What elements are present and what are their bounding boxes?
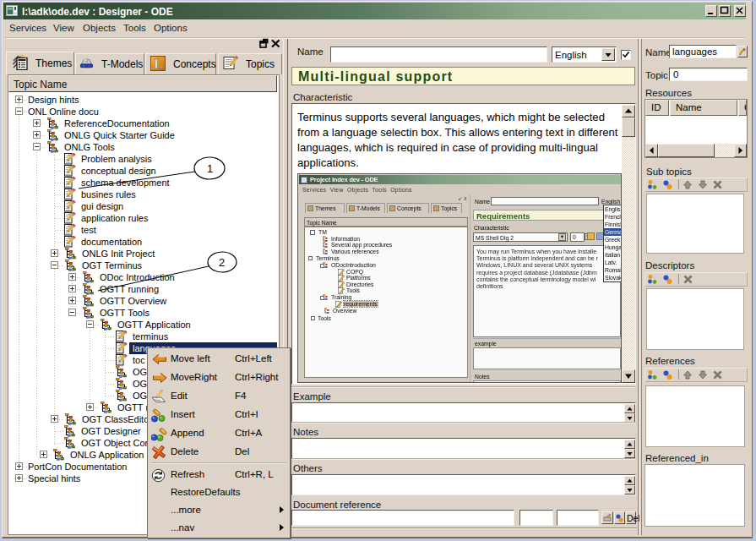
svg-text:L: L <box>154 56 163 71</box>
